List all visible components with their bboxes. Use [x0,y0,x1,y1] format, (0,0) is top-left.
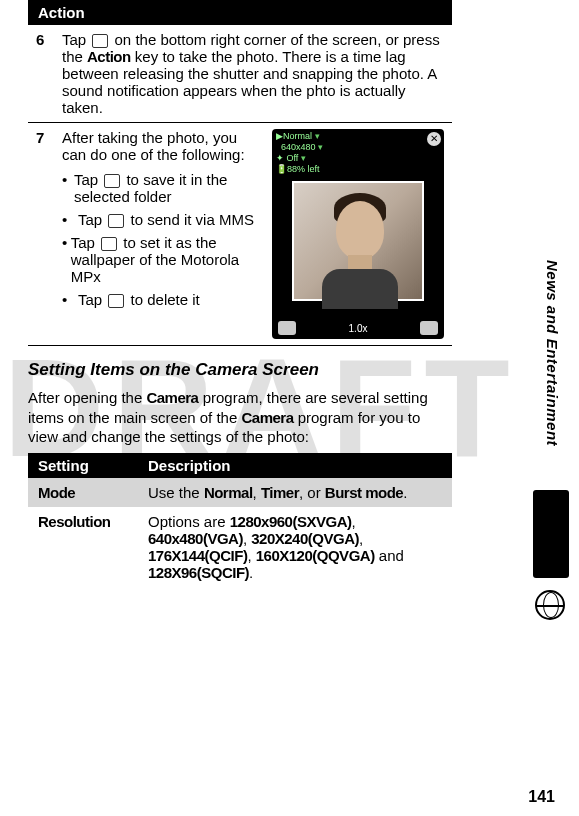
zoom-level: 1.0x [349,323,368,334]
bullet-delete: •Tap to delete it [62,291,264,308]
step-7-text: After taking the photo, you can do one o… [62,129,264,339]
close-icon[interactable]: ✕ [427,132,441,146]
mode-pre: Use the [148,484,204,501]
step-7-cell: After taking the photo, you can do one o… [54,123,452,346]
settings-header-row: Setting Description [28,453,452,478]
mode-v3: Burst mode [325,484,403,501]
settings-table: Setting Description Mode Use the Normal,… [28,453,452,587]
phone-res: 640x480 [281,142,316,152]
camera-word-1: Camera [146,389,198,406]
globe-icon [535,590,565,620]
resolution-label: Resolution [28,507,138,587]
res-post: . [249,564,253,581]
b4b: to delete it [126,291,199,308]
step-6-number: 6 [28,25,54,123]
b4a: Tap [78,291,106,308]
res-v3: 320X240(QVGA) [251,530,359,547]
phone-flash: Off [287,153,299,163]
step7-intro: After taking the photo, you can do one o… [62,129,245,163]
row-mode: Mode Use the Normal, Timer, or Burst mod… [28,478,452,507]
page-number: 141 [528,788,555,806]
phone-storage: 88% left [287,164,320,174]
res-v5: 160X120(QQVGA) [256,547,375,564]
mode-post: . [403,484,407,501]
step-7-number: 7 [28,123,54,346]
sidebar-section-title: News and Entertainment [544,260,561,446]
step-7-row: 7 After taking the photo, you can do one… [28,123,452,346]
camera-capture-icon [92,34,108,48]
b3a: Tap [71,234,99,251]
steps-table: 6 Tap on the bottom right corner of the … [28,25,452,346]
resolution-desc: Options are 1280x960(SXVGA), 640x480(VGA… [138,507,452,587]
mode-s1: , [253,484,261,501]
action-key-label: Action [87,48,131,65]
res-v6: 128X96(SQCIF) [148,564,249,581]
b2a: Tap [78,211,106,228]
phone-left-icon[interactable] [278,321,296,335]
mode-v1: Normal [204,484,253,501]
step-6-row: 6 Tap on the bottom right corner of the … [28,25,452,123]
row-resolution: Resolution Options are 1280x960(SXVGA), … [28,507,452,587]
step7-bullets: •Tap to save it in the selected folder •… [62,171,264,308]
res-s2: , [243,530,251,547]
step-6-text: Tap on the bottom right corner of the sc… [54,25,452,123]
intro-paragraph: After opening the Camera program, there … [28,388,452,447]
phone-mode: Normal [283,131,312,141]
mode-desc: Use the Normal, Timer, or Burst mode. [138,478,452,507]
bullet-send: •Tap to send it via MMS [62,211,264,228]
b1a: Tap [74,171,102,188]
subheading: Setting Items on the Camera Screen [28,360,452,380]
phone-bottombar: 1.0x [278,321,438,335]
res-s5: and [375,547,404,564]
captured-photo [292,181,424,301]
res-s4: , [247,547,255,564]
phone-right-icon[interactable] [420,321,438,335]
res-v2: 640x480(VGA) [148,530,243,547]
delete-icon [108,294,124,308]
step6-text-a: Tap [62,31,90,48]
b2b: to send it via MMS [126,211,254,228]
res-s3: , [359,530,363,547]
phone-screenshot: ▶Normal ▾ 640x480 ▾ ✦ Off ▾ 🔋88% left ✕ [272,129,444,339]
wallpaper-icon [101,237,117,251]
page-content: Action 6 Tap on the bottom right corner … [0,0,490,587]
send-mms-icon [108,214,124,228]
mode-label: Mode [28,478,138,507]
settings-col-1: Setting [28,453,138,478]
settings-col-2: Description [138,453,452,478]
mode-v2: Timer [261,484,299,501]
para-a: After opening the [28,389,146,406]
camera-word-2: Camera [241,409,293,426]
thumb-tab [533,490,569,578]
res-v4: 176X144(QCIF) [148,547,247,564]
save-icon [104,174,120,188]
phone-topbar: ▶Normal ▾ 640x480 ▾ ✦ Off ▾ 🔋88% left [276,131,424,175]
action-header: Action [28,0,452,25]
res-s1: , [351,513,355,530]
res-v1: 1280x960(SXVGA) [230,513,352,530]
mode-s2: , or [299,484,325,501]
bullet-save: •Tap to save it in the selected folder [62,171,264,205]
bullet-wallpaper: •Tap to set it as the wallpaper of the M… [62,234,264,285]
res-pre: Options are [148,513,230,530]
